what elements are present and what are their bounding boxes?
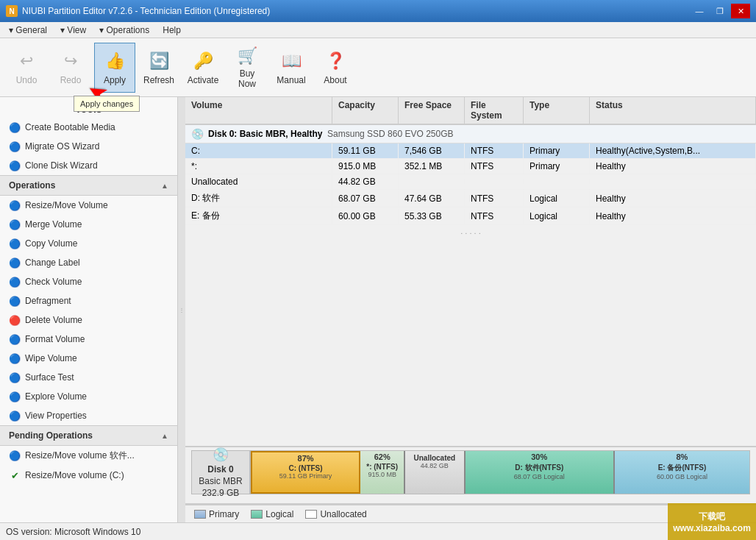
about-label: About xyxy=(324,75,346,85)
view-properties-label: View Properties xyxy=(25,411,87,421)
disk-partition-d[interactable]: 30% D: 软件(NTFS) 68.07 GB Logical xyxy=(466,451,615,494)
dots-separator: . . . . . xyxy=(185,225,756,237)
disk0-visual-icon: 💿 xyxy=(213,447,229,463)
col-status-header: Status xyxy=(590,97,756,124)
sidebar-item-clone-disk[interactable]: 🔵 Clone Disk Wizard xyxy=(0,156,177,175)
wipe-icon: 🔵 xyxy=(9,352,21,364)
apply-button[interactable]: 👍 Apply xyxy=(94,43,135,93)
cell-capacity-d: 68.07 GB xyxy=(332,191,399,206)
minimize-button[interactable]: — xyxy=(690,4,709,18)
disk-partition-c[interactable]: 87% C: (NTFS) 59.11 GB Primary xyxy=(251,451,360,494)
cell-type-e: Logical xyxy=(524,209,590,224)
cell-volume-d: D: 软件 xyxy=(185,190,332,207)
menu-view-label: ▾ View xyxy=(60,25,86,35)
cell-capacity-e: 60.00 GB xyxy=(332,209,399,224)
operations-section-header[interactable]: Operations ▲ xyxy=(0,175,177,196)
resize-move-label: Resize/Move Volume xyxy=(25,200,108,210)
disk-partition-star[interactable]: 62% *: (NTFS) 915.0 MB xyxy=(360,451,405,494)
disk0-icon: 💿 xyxy=(191,128,204,140)
sidebar-item-change-label[interactable]: 🔵 Change Label xyxy=(0,253,177,272)
restore-button[interactable]: ❐ xyxy=(710,4,730,18)
sidebar-item-view-properties[interactable]: 🔵 View Properties xyxy=(0,406,177,425)
dpart-d-pct: 30% xyxy=(531,452,547,461)
sidebar-item-defragment[interactable]: 🔵 Defragment xyxy=(0,291,177,310)
legend-logical-label: Logical xyxy=(265,509,293,519)
cell-filesystem-star: NTFS xyxy=(465,159,524,174)
surface-test-icon: 🔵 xyxy=(9,372,21,383)
table-row[interactable]: C: 59.11 GB 7,546 GB NTFS Primary Health… xyxy=(185,143,756,159)
refresh-icon: 🔄 xyxy=(147,49,171,73)
menu-help[interactable]: Help xyxy=(157,24,187,37)
cell-filesystem-e: NTFS xyxy=(465,209,524,224)
sidebar-resize-handle[interactable]: ⋮ xyxy=(178,97,185,522)
disk0-header: 💿 Disk 0: Basic MBR, Healthy Samsung SSD… xyxy=(185,125,756,143)
col-type-header: Type xyxy=(524,97,590,124)
defragment-label: Defragment xyxy=(25,296,71,306)
cell-volume-c: C: xyxy=(185,143,332,158)
cell-freespace-star: 352.1 MB xyxy=(399,159,465,174)
sidebar-item-copy[interactable]: 🔵 Copy Volume xyxy=(0,234,177,253)
undo-button[interactable]: ↩ Undo xyxy=(6,43,47,93)
cell-volume-e: E: 备份 xyxy=(185,207,332,224)
legend-primary: Primary xyxy=(194,509,239,519)
pending1-icon: 🔵 xyxy=(9,450,21,462)
col-capacity-header: Capacity xyxy=(332,97,399,124)
sidebar-item-merge[interactable]: 🔵 Merge Volume xyxy=(0,215,177,234)
activate-button[interactable]: 🔑 Activate xyxy=(182,43,224,93)
wipe-label: Wipe Volume xyxy=(25,353,77,363)
sidebar-item-check[interactable]: 🔵 Check Volume xyxy=(0,272,177,291)
activate-label: Activate xyxy=(188,75,219,85)
col-filesystem-header: File System xyxy=(465,97,524,124)
cell-status-unalloc xyxy=(590,180,756,184)
apply-tooltip: Apply changes xyxy=(74,96,140,112)
title-bar: N NIUBI Partition Editor v7.2.6 - Techni… xyxy=(0,0,756,22)
table-row[interactable]: *: 915.0 MB 352.1 MB NTFS Primary Health… xyxy=(185,159,756,174)
operations-chevron: ▲ xyxy=(161,182,168,190)
cell-filesystem-c: NTFS xyxy=(465,143,524,158)
sidebar-item-migrate-os[interactable]: 🔵 Migrate OS Wizard xyxy=(0,137,177,156)
sidebar-item-format[interactable]: 🔵 Format Volume xyxy=(0,330,177,349)
pending-title: Pending Operations xyxy=(9,430,93,441)
status-bar: OS version: Microsoft Windows 10 下载吧www.… xyxy=(0,522,756,540)
sidebar-item-surface-test[interactable]: 🔵 Surface Test xyxy=(0,368,177,387)
activate-icon: 🔑 xyxy=(191,49,215,73)
disk-partition-unalloc[interactable]: Unallocated 44.82 GB xyxy=(405,451,465,494)
view-properties-icon: 🔵 xyxy=(9,410,21,422)
cell-capacity-c: 59.11 GB xyxy=(332,143,399,158)
pending2-label: Resize/Move volume (C:) xyxy=(25,470,124,480)
buynow-button[interactable]: 🛒 Buy Now xyxy=(227,43,268,93)
sidebar-item-wipe[interactable]: 🔵 Wipe Volume xyxy=(0,349,177,368)
close-button[interactable]: ✕ xyxy=(731,4,750,18)
sidebar-item-create-bootable[interactable]: 🔵 Create Bootable Media xyxy=(0,118,177,137)
dpart-c-sub: 59.11 GB Primary xyxy=(279,472,332,480)
cell-freespace-unalloc xyxy=(399,180,465,184)
table-row[interactable]: Unallocated 44.82 GB xyxy=(185,174,756,190)
sidebar-item-resize-move[interactable]: 🔵 Resize/Move Volume xyxy=(0,196,177,215)
sidebar-item-pending1[interactable]: 🔵 Resize/Move volume 软件... xyxy=(0,446,177,466)
manual-button[interactable]: 📖 Manual xyxy=(271,43,312,93)
about-button[interactable]: ❓ About xyxy=(315,43,356,93)
menu-operations[interactable]: ▾ Operations xyxy=(93,24,155,37)
sidebar-item-explore[interactable]: 🔵 Explore Volume xyxy=(0,387,177,406)
sidebar-item-delete[interactable]: 🔴 Delete Volume xyxy=(0,310,177,330)
cell-type-unalloc xyxy=(524,180,590,184)
undo-icon: ↩ xyxy=(15,49,38,73)
table-row[interactable]: D: 软件 68.07 GB 47.64 GB NTFS Logical Hea… xyxy=(185,190,756,207)
status-os-text: OS version: Microsoft Windows 10 xyxy=(6,527,140,537)
menu-general[interactable]: ▾ General xyxy=(3,24,53,37)
redo-button[interactable]: ↪ Redo xyxy=(50,43,91,93)
cell-type-d: Logical xyxy=(524,191,590,206)
table-row[interactable]: E: 备份 60.00 GB 55.33 GB NTFS Logical Hea… xyxy=(185,207,756,225)
sidebar-item-pending2[interactable]: ✔ Resize/Move volume (C:) xyxy=(0,466,177,485)
cell-type-c: Primary xyxy=(524,143,590,158)
refresh-label: Refresh xyxy=(143,75,174,85)
refresh-button[interactable]: 🔄 Refresh xyxy=(138,43,179,93)
legend-unalloc-box xyxy=(305,510,317,519)
explore-label: Explore Volume xyxy=(25,391,87,402)
disk-partition-e[interactable]: 8% E: 备份(NTFS) 60.00 GB Logical xyxy=(615,451,749,494)
disk-visual-area: 💿 Disk 0 Basic MBR 232.9 GB 87% C: (NTFS… xyxy=(185,446,756,505)
pending-section-header[interactable]: Pending Operations ▲ xyxy=(0,425,177,446)
sidebar: Tools 🔵 Create Bootable Media 🔵 Migrate … xyxy=(0,97,178,522)
apply-label: Apply xyxy=(104,75,126,85)
menu-view[interactable]: ▾ View xyxy=(54,24,92,37)
